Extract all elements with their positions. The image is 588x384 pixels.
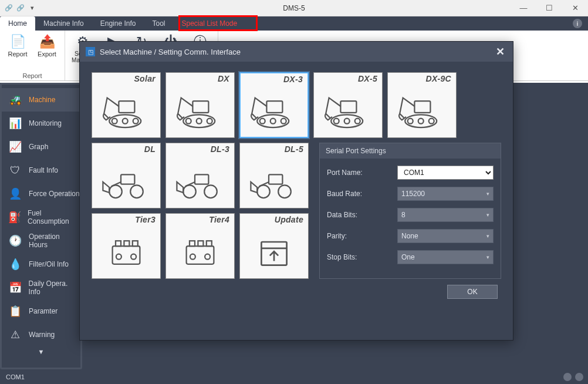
report-button[interactable]: 📄 Report <box>5 33 31 58</box>
parity-select[interactable]: None <box>397 229 494 243</box>
machine-tiles-row1: SolarDXDX-3DX-5DX-9C <box>92 72 501 138</box>
svg-point-9 <box>197 119 202 124</box>
qat-dropdown-icon[interactable]: ▾ <box>28 4 36 12</box>
sidebar-item-machine[interactable]: 🚜Machine <box>2 88 80 112</box>
svg-point-29 <box>183 185 196 198</box>
export-button[interactable]: 📤 Export <box>34 33 60 58</box>
tile-label: DL-5 <box>240 143 308 156</box>
port-name-select[interactable]: COM1 <box>397 166 494 180</box>
tile-label: DX <box>166 73 234 86</box>
machine-tile-dx-5[interactable]: DX-5 <box>313 72 383 138</box>
sidebar-item-filter-oil-info[interactable]: 💧Filter/Oil Info <box>2 252 80 276</box>
export-label: Export <box>38 50 56 58</box>
svg-point-30 <box>204 185 217 198</box>
machine-tile-dl-3[interactable]: DL-3 <box>165 143 235 208</box>
calendar-icon: 📅 <box>8 280 23 295</box>
stop-bits-select[interactable]: One <box>397 250 494 264</box>
clipboard-icon: 📋 <box>8 304 23 319</box>
data-bits-row: Data Bits: 8 <box>327 208 494 222</box>
tile-art <box>240 156 308 208</box>
machine-tile-dx-9c[interactable]: DX-9C <box>387 72 457 138</box>
sidebar-item-monitoring[interactable]: 📊Monitoring <box>2 112 80 135</box>
status-bar: COM1 <box>0 369 588 384</box>
sidebar-scroll-down[interactable]: ▼ <box>2 346 80 357</box>
svg-point-13 <box>281 119 286 124</box>
svg-point-21 <box>405 114 437 127</box>
sidebar: 🚜Machine📊Monitoring📈Graph🛡Fault Info👤For… <box>0 83 82 369</box>
machine-tile-dx[interactable]: DX <box>165 72 235 138</box>
tile-art <box>166 156 234 208</box>
bars-icon: 📈 <box>8 139 23 154</box>
sidebar-item-label: Daily Opera. Info <box>29 279 80 296</box>
clock-icon: 🕐 <box>8 233 23 248</box>
report-icon: 📄 <box>9 33 26 50</box>
sidebar-item-fuel-consumption[interactable]: ⛽Fuel Consumption <box>2 206 80 229</box>
close-window-button[interactable]: ✕ <box>562 0 588 16</box>
tab-home[interactable]: Home <box>0 16 35 31</box>
sidebar-item-fault-info[interactable]: 🛡Fault Info <box>2 159 80 182</box>
tile-art <box>388 86 456 137</box>
tab-tool[interactable]: Tool <box>144 16 173 31</box>
data-bits-select[interactable]: 8 <box>397 208 494 222</box>
serial-port-settings-panel: Serial Port Settings Port Name: COM1 Bau… <box>319 143 501 279</box>
sidebar-item-operation-hours[interactable]: 🕐Operation Hours <box>2 229 80 252</box>
svg-point-19 <box>344 119 350 124</box>
svg-point-1 <box>109 114 141 127</box>
svg-rect-31 <box>269 174 282 184</box>
tile-label: Tier3 <box>92 214 160 227</box>
svg-point-3 <box>133 119 138 124</box>
tile-label: Solar <box>92 73 160 86</box>
tile-art <box>166 227 234 278</box>
tile-label: DL-3 <box>166 143 234 156</box>
machine-tile-update[interactable]: Update <box>239 213 309 279</box>
parity-label: Parity: <box>327 232 397 240</box>
svg-rect-5 <box>192 101 208 113</box>
machine-tile-solar[interactable]: Solar <box>92 72 161 138</box>
dialog-close-button[interactable]: ✕ <box>493 45 507 58</box>
machine-tile-dl[interactable]: DL <box>92 143 161 208</box>
sidebar-item-daily-opera-info[interactable]: 📅Daily Opera. Info <box>2 276 80 299</box>
tile-art <box>92 227 160 278</box>
help-icon[interactable]: i <box>573 19 582 28</box>
machine-tile-tier3[interactable]: Tier3 <box>92 213 161 279</box>
svg-point-11 <box>257 114 289 127</box>
sidebar-item-graph[interactable]: 📈Graph <box>2 135 80 159</box>
svg-point-24 <box>418 119 424 124</box>
user-icon: 👤 <box>8 186 23 201</box>
sidebar-item-paramter[interactable]: 📋Paramter <box>2 299 80 323</box>
link-icon[interactable]: 🔗 <box>5 4 13 12</box>
tile-label: DL <box>92 143 160 156</box>
svg-point-7 <box>186 119 191 124</box>
warn-icon: ⚠ <box>8 327 23 342</box>
svg-point-6 <box>183 114 215 127</box>
tile-label: DX-5 <box>314 73 382 86</box>
tile-art <box>166 86 234 137</box>
tab-engine-info[interactable]: Engine Info <box>92 16 144 31</box>
sidebar-item-warning[interactable]: ⚠Warning <box>2 323 80 346</box>
maximize-button[interactable]: ☐ <box>536 0 562 16</box>
drop-icon: 💧 <box>8 257 23 272</box>
machine-tile-tier4[interactable]: Tier4 <box>165 213 235 279</box>
baud-rate-select[interactable]: 115200 <box>397 187 494 201</box>
fuel-icon: ⛽ <box>8 210 22 225</box>
svg-point-16 <box>331 114 363 127</box>
excavator-icon: 🚜 <box>8 92 23 107</box>
link-broken-icon[interactable]: 🔗 <box>16 4 25 12</box>
machine-tile-dl-5[interactable]: DL-5 <box>239 143 309 208</box>
dialog-header: ◳ Select Machine / Setting Comm. Interfa… <box>80 42 513 62</box>
ok-button[interactable]: OK <box>447 285 498 299</box>
dialog-icon: ◳ <box>86 47 95 56</box>
svg-point-2 <box>112 119 117 124</box>
sidebar-item-force-operation[interactable]: 👤Force Operation <box>2 182 80 206</box>
svg-rect-37 <box>133 241 138 246</box>
svg-rect-41 <box>190 241 195 246</box>
tile-label: DX-3 <box>241 73 307 86</box>
ribbon-group-report: 📄 Report 📤 Export Report <box>0 31 65 80</box>
svg-rect-20 <box>414 101 430 113</box>
tab-special-list-mode[interactable]: Special List Mode <box>173 16 245 31</box>
minimize-button[interactable]: — <box>511 0 536 16</box>
machine-tile-dx-3[interactable]: DX-3 <box>239 72 309 138</box>
port-name-row: Port Name: COM1 <box>327 166 494 180</box>
baud-rate-row: Baud Rate: 115200 <box>327 187 494 201</box>
tab-machine-info[interactable]: Machine Info <box>35 16 92 31</box>
